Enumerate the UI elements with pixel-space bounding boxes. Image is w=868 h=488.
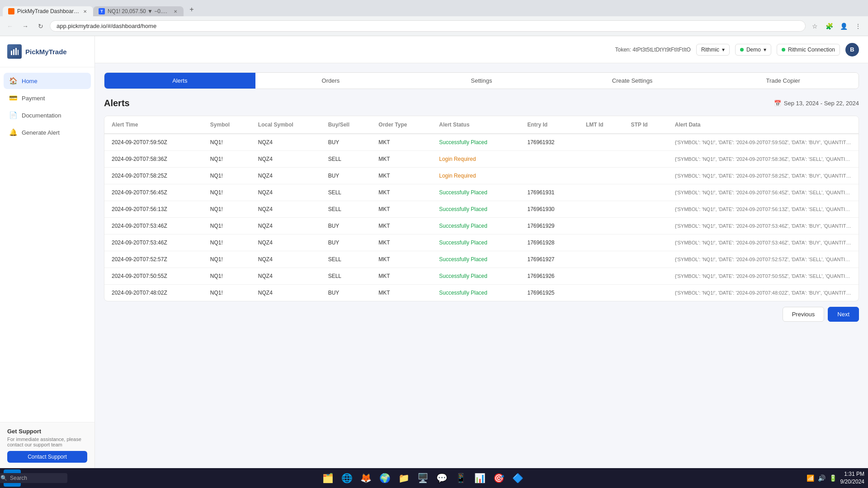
cell-symbol: NQ1! xyxy=(203,134,251,151)
token-value: 4tPt3t5tLtDtYt9tFtItFtItO xyxy=(632,47,691,53)
col-alert-time: Alert Time xyxy=(104,116,203,134)
cell-order-type: MKT xyxy=(371,251,432,268)
user-avatar[interactable]: B xyxy=(845,43,859,56)
cell-lmt-id xyxy=(579,184,623,201)
demo-status-dot xyxy=(740,48,744,52)
tab-trade-copier[interactable]: Trade Copier xyxy=(708,73,859,89)
taskbar-app-1[interactable]: 🗂️ xyxy=(320,469,337,487)
table-row: 2024-09-20T07:56:13Z NQ1! NQZ4 SELL MKT … xyxy=(104,201,859,218)
taskbar-app-6[interactable]: 🖥️ xyxy=(415,469,432,487)
tab-alerts[interactable]: Alerts xyxy=(104,73,255,89)
table-row: 2024-09-20T07:53:46Z NQ1! NQZ4 BUY MKT S… xyxy=(104,218,859,235)
demo-badge[interactable]: Demo ▾ xyxy=(735,44,771,56)
back-button[interactable]: ← xyxy=(4,20,16,33)
sidebar: PickMyTrade 🏠 Home 💳 Payment 📄 Documenta… xyxy=(0,36,95,468)
tab-orders[interactable]: Orders xyxy=(255,73,406,89)
page-title: Alerts xyxy=(104,98,130,108)
clock-time: 1:31 PM xyxy=(840,470,864,478)
cell-alert-data: {'SYMBOL': 'NQ1!', 'DATE': '2024-09-20T0… xyxy=(668,168,859,184)
svg-rect-0 xyxy=(11,51,12,55)
cell-alert-data: {'SYMBOL': 'NQ1!', 'DATE': '2024-09-20T0… xyxy=(668,235,859,251)
new-tab-button[interactable]: + xyxy=(185,3,198,16)
cell-order-type: MKT xyxy=(371,201,432,218)
broker-select[interactable]: Rithmic ▾ xyxy=(696,44,730,56)
battery-icon[interactable]: 🔋 xyxy=(829,474,837,482)
col-symbol: Symbol xyxy=(203,116,251,134)
time-display[interactable]: 1:31 PM 9/20/2024 xyxy=(840,470,864,486)
tab-title-2: NQ1! 20,057.50 ▼ −0.15% Un... xyxy=(108,8,170,14)
taskbar-app-10[interactable]: 🎯 xyxy=(491,469,508,487)
forward-button[interactable]: → xyxy=(19,20,32,33)
taskbar-app-4[interactable]: 🌍 xyxy=(377,469,394,487)
date-range-text: Sep 13, 2024 - Sep 22, 2024 xyxy=(784,100,859,107)
cell-stp-id xyxy=(623,235,667,251)
cell-stp-id xyxy=(623,201,667,218)
cell-alert-time: 2024-09-20T07:48:02Z xyxy=(104,285,203,301)
cell-alert-status: Successfully Placed xyxy=(432,218,520,235)
previous-button[interactable]: Previous xyxy=(783,307,825,322)
cell-stp-id xyxy=(623,251,667,268)
cell-alert-time: 2024-09-20T07:56:13Z xyxy=(104,201,203,218)
taskbar-app-9[interactable]: 📊 xyxy=(472,469,489,487)
browser-tab-2[interactable]: T NQ1! 20,057.50 ▼ −0.15% Un... ✕ xyxy=(93,6,184,16)
home-icon: 🏠 xyxy=(9,77,17,85)
cell-alert-data: {'SYMBOL': 'NQ1!', 'DATE': '2024-09-20T0… xyxy=(668,134,859,151)
demo-chevron-icon: ▾ xyxy=(764,47,766,53)
sidebar-item-generate-alert[interactable]: 🔔 Generate Alert xyxy=(4,124,91,141)
cell-stp-id xyxy=(623,168,667,184)
bookmark-icon[interactable]: ☆ xyxy=(808,20,821,33)
cell-local-symbol: NQZ4 xyxy=(251,268,321,285)
taskbar-app-5[interactable]: 📁 xyxy=(396,469,413,487)
connection-label: Rithmic Connection xyxy=(788,47,835,53)
col-alert-data: Alert Data xyxy=(668,116,859,134)
reload-button[interactable]: ↻ xyxy=(34,20,47,33)
address-text: app.pickmytrade.io/#/dashboard/home xyxy=(57,23,156,29)
sidebar-item-generate-alert-label: Generate Alert xyxy=(22,129,60,136)
volume-icon[interactable]: 🔊 xyxy=(818,474,826,482)
taskbar-search-button[interactable]: 🔍 Search xyxy=(23,469,40,487)
cell-buy-sell: SELL xyxy=(321,184,372,201)
extensions-icon[interactable]: 🧩 xyxy=(823,20,835,33)
sidebar-item-home[interactable]: 🏠 Home xyxy=(4,73,91,89)
top-header: Token: 4tPt3t5tLtDtYt9tFtItFtItO Rithmic… xyxy=(95,36,868,63)
tab-create-settings[interactable]: Create Settings xyxy=(557,73,708,89)
cell-local-symbol: NQZ4 xyxy=(251,235,321,251)
cell-local-symbol: NQZ4 xyxy=(251,251,321,268)
cell-alert-status: Successfully Placed xyxy=(432,134,520,151)
tab-close-1[interactable]: ✕ xyxy=(83,8,88,14)
taskbar-app-3[interactable]: 🦊 xyxy=(358,469,375,487)
menu-icon[interactable]: ⋮ xyxy=(852,20,864,33)
cell-lmt-id xyxy=(579,134,623,151)
sidebar-item-home-label: Home xyxy=(22,78,38,84)
address-bar[interactable]: app.pickmytrade.io/#/dashboard/home xyxy=(50,20,806,32)
next-button[interactable]: Next xyxy=(828,307,859,322)
cell-lmt-id xyxy=(579,168,623,184)
browser-tab-active[interactable]: PickMyTrade Dashboard - Ma... ✕ xyxy=(3,6,93,16)
browser-chrome: PickMyTrade Dashboard - Ma... ✕ T NQ1! 2… xyxy=(0,0,868,36)
cell-alert-status: Successfully Placed xyxy=(432,285,520,301)
tab-favicon-1 xyxy=(8,8,14,14)
support-button[interactable]: Contact Support xyxy=(7,451,87,463)
cell-lmt-id xyxy=(579,251,623,268)
sidebar-item-payment[interactable]: 💳 Payment xyxy=(4,90,91,106)
taskbar-left: 🔍 Search xyxy=(4,469,40,487)
cell-symbol: NQ1! xyxy=(203,184,251,201)
taskbar-app-11[interactable]: 🔷 xyxy=(509,469,527,487)
cell-local-symbol: NQZ4 xyxy=(251,184,321,201)
taskbar-app-7[interactable]: 💬 xyxy=(434,469,451,487)
tabs-bar: Alerts Orders Settings Create Settings T… xyxy=(104,72,859,89)
taskbar-app-2[interactable]: 🌐 xyxy=(339,469,356,487)
cell-order-type: MKT xyxy=(371,134,432,151)
cell-buy-sell: BUY xyxy=(321,218,372,235)
tab-settings[interactable]: Settings xyxy=(406,73,557,89)
profile-icon[interactable]: 👤 xyxy=(837,20,850,33)
taskbar-app-8[interactable]: 📱 xyxy=(453,469,470,487)
cell-buy-sell: BUY xyxy=(321,235,372,251)
network-icon[interactable]: 📶 xyxy=(807,474,814,482)
table-row: 2024-09-20T07:56:45Z NQ1! NQZ4 SELL MKT … xyxy=(104,184,859,201)
search-bar[interactable]: 🔍 Search xyxy=(0,473,67,483)
taskbar-center: 🗂️ 🌐 🦊 🌍 📁 🖥️ 💬 📱 📊 🎯 🔷 xyxy=(320,469,527,487)
support-text: For immediate assistance, please contact… xyxy=(7,436,87,447)
sidebar-item-documentation[interactable]: 📄 Documentation xyxy=(4,107,91,123)
tab-close-2[interactable]: ✕ xyxy=(173,8,178,14)
